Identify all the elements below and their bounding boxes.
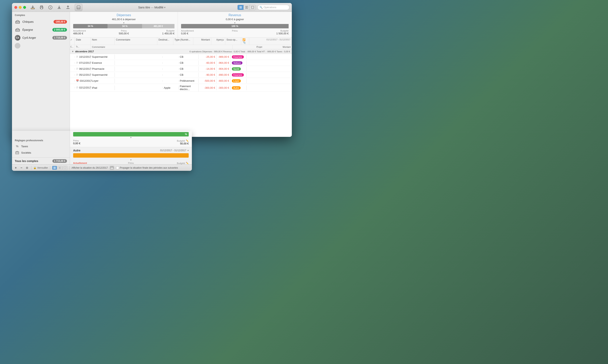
col-date-header[interactable]: Date xyxy=(75,38,91,45)
remove-button[interactable]: − xyxy=(19,166,24,170)
row-category: Courses xyxy=(231,73,247,77)
row-apercu: -989,00 € xyxy=(217,54,231,59)
minimize-button[interactable] xyxy=(19,6,22,9)
table-row[interactable]: ⏱ 02/12/2017 iPad Apple Paiement électro… xyxy=(70,84,292,92)
row-check xyxy=(70,62,75,64)
revenus-budgete-label: Budgété xyxy=(253,30,289,32)
row-montant: -14,00 € xyxy=(199,66,217,71)
sidebar-item-societes[interactable]: Sociétés xyxy=(15,149,67,156)
svg-rect-1 xyxy=(31,8,35,9)
cyril-balance: 1 715,00 € xyxy=(52,36,67,39)
upload-icon[interactable] xyxy=(65,5,71,10)
view-toggle-grid[interactable] xyxy=(250,5,256,10)
sidebar-item-partial[interactable] xyxy=(12,42,70,50)
group-header-dec2017[interactable]: ▼ décembre 2017 6 opérations Dépenses : … xyxy=(70,49,292,54)
svg-rect-11 xyxy=(78,7,79,8)
depenses-prevu-value: 500,00 € xyxy=(107,32,141,35)
row-apercu: -300,00 € xyxy=(217,86,231,90)
calendar-small-btn[interactable] xyxy=(110,166,114,170)
revenus-bar1: 100 % xyxy=(181,24,289,28)
col-date-range[interactable]: 01/12/2017 - 31/12/2017 xyxy=(249,38,292,45)
lock-row[interactable]: 🔒 Verrouiller xyxy=(33,166,48,169)
row-category: Autre xyxy=(231,86,247,90)
download-icon[interactable] xyxy=(56,5,62,10)
col-apercu-header[interactable]: Aperçu xyxy=(211,38,225,45)
propager-checkbox[interactable] xyxy=(116,166,119,169)
depenses-actuellement-value: 489,00 € xyxy=(73,32,107,35)
table-row[interactable]: ⏱ 05/12/2017 Supermarché CB -90,00 € -89… xyxy=(70,72,292,78)
col-montant2-header: Montant xyxy=(258,45,292,49)
info-icon[interactable]: i xyxy=(48,5,53,10)
row-dest xyxy=(163,56,179,58)
view-split-btn[interactable] xyxy=(57,166,62,170)
right-panel: Dépenses 461,00 € à dépenser ▼ 34 % 34 % xyxy=(70,12,292,137)
search-icon: 🔍 xyxy=(260,6,263,9)
sidebar-item-taxes[interactable]: % Taxes xyxy=(15,143,67,149)
revenus-title: Revenus xyxy=(181,13,289,17)
close-button[interactable] xyxy=(14,6,17,9)
col-destination-header[interactable]: Destinat... xyxy=(157,38,173,45)
tous-comptes-label: Tous les comptes xyxy=(15,159,52,163)
tous-comptes-row[interactable]: Tous les comptes 1 715,00 € xyxy=(12,157,70,164)
lock-icon: 🔒 xyxy=(33,166,36,169)
svg-rect-20 xyxy=(247,6,248,9)
add-button[interactable]: + xyxy=(13,166,18,170)
print-icon[interactable] xyxy=(39,5,44,10)
revenus-actuellement-value: 0,00 € xyxy=(181,32,217,35)
sidebar-item-cyril[interactable]: CA Cyril Anger 1 715,00 € xyxy=(12,34,70,42)
col-montant-header[interactable]: Montant xyxy=(193,38,211,45)
maximize-button[interactable] xyxy=(23,6,26,9)
table-row[interactable]: ⏱ 10/12/2017 Supermarché CB -25,00 € -98… xyxy=(70,54,292,60)
bank2-icon xyxy=(15,27,20,33)
search-box[interactable]: 🔍 Opérations xyxy=(257,5,290,10)
bottom-budget-row: Prévu 0,00 € Budgété ✏️ 50,00 € xyxy=(73,139,189,146)
svg-rect-27 xyxy=(16,30,17,31)
view-table-btn[interactable] xyxy=(63,166,67,170)
edit-icon[interactable]: ✏️ xyxy=(186,140,189,142)
view-toggle-list[interactable] xyxy=(238,5,244,10)
autre-edit-icon[interactable]: ✏️ xyxy=(186,162,189,164)
calculator-button[interactable] xyxy=(75,4,82,11)
col-type-header[interactable]: Type (Numér... xyxy=(173,38,193,45)
svg-rect-40 xyxy=(110,167,114,169)
view-list-btn[interactable] xyxy=(52,166,57,170)
row-check xyxy=(70,74,75,76)
table-row[interactable]: ⏱ 06/12/2017 Pharmacie CB -14,00 € -904,… xyxy=(70,66,292,72)
row-category: Voiture xyxy=(231,61,247,65)
row-check xyxy=(70,68,75,70)
col-commentaire-header[interactable]: Commentaire xyxy=(115,38,157,45)
cheques-balance: -285,00 € xyxy=(53,20,67,24)
row-nom: Supermarché xyxy=(91,73,115,77)
group-stats: 6 opérations Dépenses : 989,00 € Revenus… xyxy=(189,50,290,53)
table-header: ✓ Date Nom Commentaire xyxy=(70,38,292,49)
gear-button[interactable]: ⚙ xyxy=(25,166,29,170)
svg-rect-24 xyxy=(17,22,18,23)
epargne-balance: 2 000,00 € xyxy=(52,28,67,32)
autre-progress-bar xyxy=(73,153,189,158)
col-check-header: ✓ xyxy=(70,38,75,45)
revenus-prevu-label: Prévu xyxy=(217,30,253,32)
taxes-label: Taxes xyxy=(21,145,28,148)
col-nom-header[interactable]: Nom xyxy=(91,38,115,45)
sidebar-item-cheques[interactable]: Chèques -285,00 € xyxy=(12,18,70,26)
import-icon[interactable] xyxy=(30,5,36,10)
pro-section-title: Réglages professionnels xyxy=(15,139,67,142)
depenses-section: Dépenses 461,00 € à dépenser ▼ 34 % 34 % xyxy=(70,12,178,37)
row-type: Paiement électro... xyxy=(179,84,199,91)
depenses-progress: 34 % 34 % 461,00 € xyxy=(73,24,174,28)
row-check xyxy=(70,80,75,82)
table-row[interactable]: 📅 03/12/2017 Loyer Prélèvement -500,00 €… xyxy=(70,78,292,84)
row-comment xyxy=(115,62,163,64)
row-icon: ⏱ 10/12/2017 xyxy=(75,55,91,59)
situation-label[interactable]: Afficher la situation du 26/12/2017 xyxy=(72,166,108,169)
col-c-header: C... xyxy=(70,45,75,49)
col-sous-op-header[interactable]: Sous-op... xyxy=(225,38,241,45)
row-type: CB xyxy=(179,54,199,59)
view-toggle-split[interactable] xyxy=(244,5,250,10)
sidebar-item-epargne[interactable]: Épargne 2 000,00 € xyxy=(12,26,70,34)
table-row[interactable]: ⏱ 07/12/2017 Essence CB -60,00 € -964,00… xyxy=(70,60,292,66)
view-toggle xyxy=(238,5,256,10)
bank-icon xyxy=(15,19,20,25)
window-title: Sans titre — Modifié ▾ xyxy=(138,6,166,9)
view-icons xyxy=(52,166,67,170)
